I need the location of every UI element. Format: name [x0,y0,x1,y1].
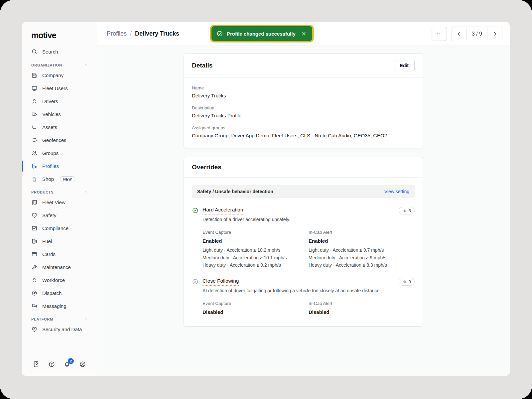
sidebar-item-label: Geofences [42,137,66,143]
override-description: Detection of a driver accelerating unsaf… [202,217,415,222]
override-column-in-cab-alert: In-Cab Alert Enabled Light duty - Accele… [309,230,415,269]
sidebar-item-label: Safety [42,212,57,218]
sidebar-item-fuel[interactable]: Fuel [22,235,97,248]
breadcrumb-profiles-link[interactable]: Profiles [107,30,127,37]
column-label: In-Cab Alert [309,230,415,235]
section-header-products[interactable]: PRODUCTS [22,186,97,196]
truck-icon [31,111,38,117]
field-value: Company Group, Driver App Demo, Fleet Us… [192,133,415,138]
sidebar-item-profiles[interactable]: Profiles [22,160,97,173]
sidebar-item-shop[interactable]: Shop NEW [22,173,97,186]
threshold-line: Medium duty - Acceleration ≥ 10.1 mph/s [202,254,309,262]
search-button[interactable]: Search [22,45,97,59]
sidebar-item-geofences[interactable]: Geofences [22,134,97,147]
field-value: Delivery Trucks [192,93,415,98]
sidebar-item-vehicles[interactable]: Vehicles [22,108,97,121]
sidebar-item-drivers[interactable]: Drivers [22,95,97,108]
sidebar-item-safety[interactable]: Safety [22,209,97,222]
override-title[interactable]: Hard Acceleration [202,207,243,214]
details-card-title: Details [192,62,212,69]
directory-button[interactable] [33,361,40,368]
sidebar-item-compliance[interactable]: Compliance [22,222,97,235]
column-label: In-Cab Alert [309,301,415,306]
threshold-line: Heavy duty - Acceleration ≥ 8.3 mph/s [309,261,415,269]
sidebar-item-label: Assets [42,124,57,130]
field-label: Name [192,85,415,90]
person-icon [31,98,38,104]
override-settings-count-badge[interactable]: 3 [399,207,415,214]
sidebar-item-label: Groups [42,150,59,156]
help-button[interactable] [48,361,55,368]
sidebar-item-label: Shop [42,176,54,182]
overrides-card: Overrides Safety / Unsafe behavior detec… [184,157,423,327]
sidebar-item-label: Fleet Users [42,85,68,91]
section-label: PLATFORM [31,317,53,321]
gear-icon [402,208,407,213]
view-setting-link[interactable]: View setting [384,189,409,194]
compass-icon [31,290,38,296]
override-section-header: Safety / Unsafe behavior detection View … [192,185,415,198]
map-book-icon [33,361,40,368]
trailer-icon [31,124,38,130]
sidebar-item-fleet-users[interactable]: Fleet Users [22,82,97,95]
map-icon [31,199,38,205]
person-icon [31,277,38,283]
sidebar-footer: 2 [22,354,97,376]
breadcrumb-separator: / [130,30,132,37]
edit-button[interactable]: Edit [394,60,415,71]
help-icon [48,361,55,368]
chart-board-icon [31,225,38,231]
sidebar-item-label: Fleet View [42,200,66,205]
sidebar-item-cards[interactable]: Cards [22,248,97,261]
override-column-in-cab-alert: In-Cab Alert Disabled [309,301,415,318]
x-circle-icon [192,278,199,285]
monitor-icon [31,85,38,91]
override-settings-count-badge[interactable]: 3 [399,278,415,286]
override-description: AI detection of driver tailgaiting or fo… [202,288,415,293]
people-icon [31,150,38,156]
sidebar-item-company[interactable]: Company [22,69,97,82]
column-value: Disabled [202,309,309,315]
sidebar-item-maintenance[interactable]: Maintenance [22,261,97,274]
shopping-bag-icon [31,176,38,182]
sidebar: motive Search ORGANIZATION Company Fleet… [22,22,97,376]
sidebar-item-fleet-view[interactable]: Fleet View [22,196,97,209]
app-window: motive Search ORGANIZATION Company Fleet… [22,22,510,376]
section-header-platform[interactable]: PLATFORM [22,313,97,323]
sidebar-item-messaging[interactable]: Messaging [22,300,97,313]
next-profile-button[interactable] [487,27,502,41]
sidebar-item-security-and-data[interactable]: Security and Data [22,323,97,336]
override-title[interactable]: Close Following [202,278,239,286]
page-title: Delivery Trucks [135,30,179,37]
column-label: Event Capture [202,230,309,235]
sidebar-item-label: Cards [42,251,56,257]
override-hard-acceleration: Hard Acceleration 3 Detection of a drive… [192,207,415,269]
threshold-line: Light duty - Acceleration ≥ 10.2 mph/s [202,246,309,254]
topbar-actions: 3 / 9 [432,27,502,41]
sidebar-item-dispatch[interactable]: Dispatch [22,287,97,300]
notifications-button[interactable]: 2 [64,361,70,368]
sidebar-item-label: Profiles [42,163,59,169]
sidebar-item-workforce[interactable]: Workforce [22,274,97,287]
more-options-button[interactable] [432,27,447,41]
fuel-pump-icon [31,238,38,244]
threshold-line: Light duty - Acceleration ≥ 9.7 mph/s [309,246,415,254]
section-header-organization[interactable]: ORGANIZATION [22,59,97,69]
search-label: Search [42,49,58,55]
account-button[interactable] [79,361,86,368]
wrench-icon [31,264,38,270]
toast-message: Profile changed successfully [227,31,296,37]
previous-profile-button[interactable] [452,27,466,41]
sidebar-item-assets[interactable]: Assets [22,121,97,134]
sidebar-item-groups[interactable]: Groups [22,147,97,160]
sidebar-item-label: Company [42,72,64,78]
pagination-label: 3 / 9 [466,27,487,41]
toast-close-button[interactable] [301,30,307,37]
gear-icon [402,279,407,284]
field-label: Description [192,105,415,110]
field-assigned-groups: Assigned groups Company Group, Driver Ap… [192,125,415,138]
column-value: Enabled [202,238,309,244]
chevron-up-icon [84,190,88,194]
override-column-event-capture: Event Capture Enabled Light duty - Accel… [202,230,309,269]
threshold-line: Heavy duty - Acceleration ≥ 9.2 mph/s [202,261,309,269]
